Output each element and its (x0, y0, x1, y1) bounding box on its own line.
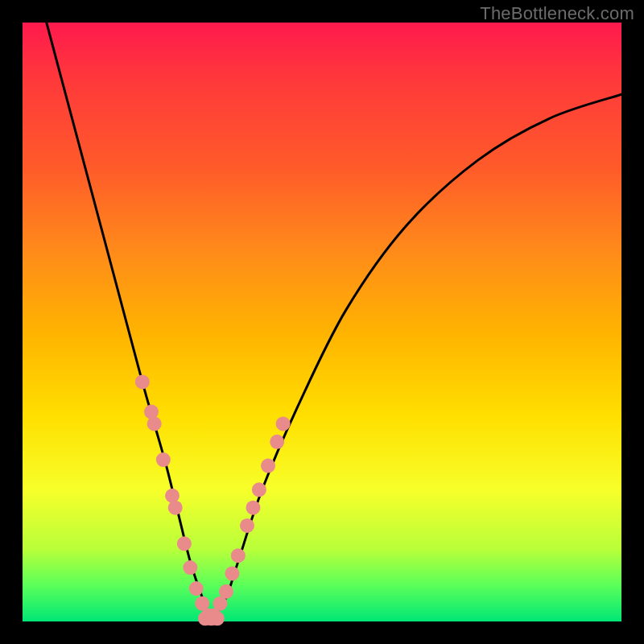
marker-dot (231, 548, 246, 563)
marker-dot (219, 584, 233, 599)
marker-dot (168, 501, 183, 515)
marker-dot (147, 416, 162, 431)
curve-line (47, 23, 621, 617)
plot-area (23, 23, 621, 621)
marker-dot (261, 459, 275, 473)
marker-dot (210, 611, 225, 625)
series-bottleneck-curve (47, 23, 621, 617)
marker-dot (177, 536, 192, 551)
marker-dot (246, 501, 260, 515)
watermark-label: TheBottleneck.com (480, 3, 634, 24)
marker-dot (225, 566, 239, 580)
marker-dot (270, 435, 284, 449)
marker-dot (252, 482, 266, 497)
chart-frame: TheBottleneck.com (0, 0, 644, 644)
marker-dot (135, 374, 150, 389)
marker-dot (183, 560, 197, 575)
marker-dot (189, 581, 204, 596)
curve-markers (135, 374, 291, 625)
marker-dot (276, 416, 291, 431)
marker-dot (240, 518, 254, 533)
marker-dot (156, 452, 171, 467)
chart-svg (23, 23, 621, 621)
